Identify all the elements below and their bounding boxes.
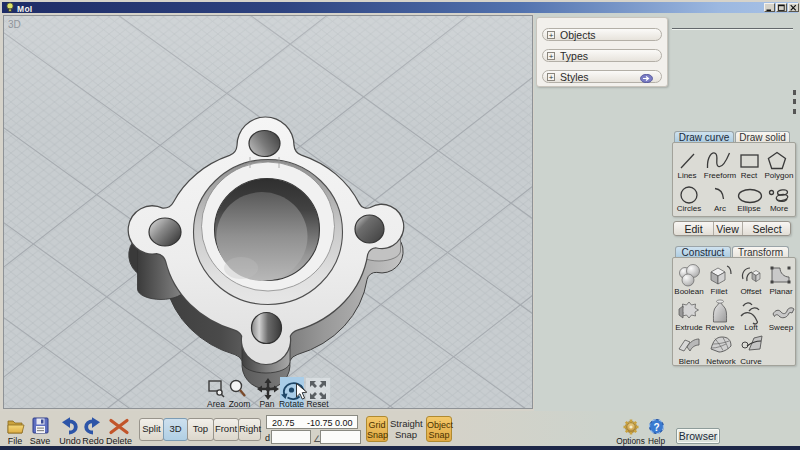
svg-text:Help: Help bbox=[648, 436, 665, 446]
svg-text:Boolean: Boolean bbox=[674, 287, 703, 296]
svg-text:Arc: Arc bbox=[714, 204, 726, 213]
svg-text:Reset: Reset bbox=[306, 399, 329, 408]
svg-text:More: More bbox=[770, 204, 789, 213]
svg-text:Rotate: Rotate bbox=[279, 399, 304, 408]
svg-text:Area: Area bbox=[207, 399, 225, 408]
svg-text:Sweep: Sweep bbox=[769, 323, 794, 332]
svg-text:Blend: Blend bbox=[679, 357, 699, 366]
svg-text:3D: 3D bbox=[8, 19, 21, 30]
svg-text:Loft: Loft bbox=[744, 323, 758, 332]
svg-text:?: ? bbox=[653, 422, 659, 433]
svg-text:Undo: Undo bbox=[59, 436, 81, 446]
svg-text:Ellipse: Ellipse bbox=[737, 204, 761, 213]
svg-text:Polygon: Polygon bbox=[765, 171, 794, 180]
svg-text:Redo: Redo bbox=[82, 436, 104, 446]
svg-text:Options: Options bbox=[616, 436, 645, 446]
svg-text:Rect: Rect bbox=[741, 171, 758, 180]
svg-text:Extrude: Extrude bbox=[675, 323, 703, 332]
svg-text:Lines: Lines bbox=[677, 171, 696, 180]
svg-text:Fillet: Fillet bbox=[711, 287, 729, 296]
svg-text:Planar: Planar bbox=[769, 287, 792, 296]
svg-text:Zoom: Zoom bbox=[229, 399, 251, 408]
svg-text:Offset: Offset bbox=[740, 287, 762, 296]
svg-text:Circles: Circles bbox=[677, 204, 701, 213]
svg-text:File: File bbox=[8, 436, 23, 446]
svg-text:Freeform: Freeform bbox=[704, 171, 737, 180]
svg-text:Pan: Pan bbox=[259, 399, 274, 408]
svg-text:Revolve: Revolve bbox=[706, 323, 735, 332]
svg-text:Network: Network bbox=[706, 357, 736, 366]
svg-text:Save: Save bbox=[30, 436, 51, 446]
svg-text:Curve: Curve bbox=[740, 357, 762, 366]
svg-text:Delete: Delete bbox=[106, 436, 132, 446]
